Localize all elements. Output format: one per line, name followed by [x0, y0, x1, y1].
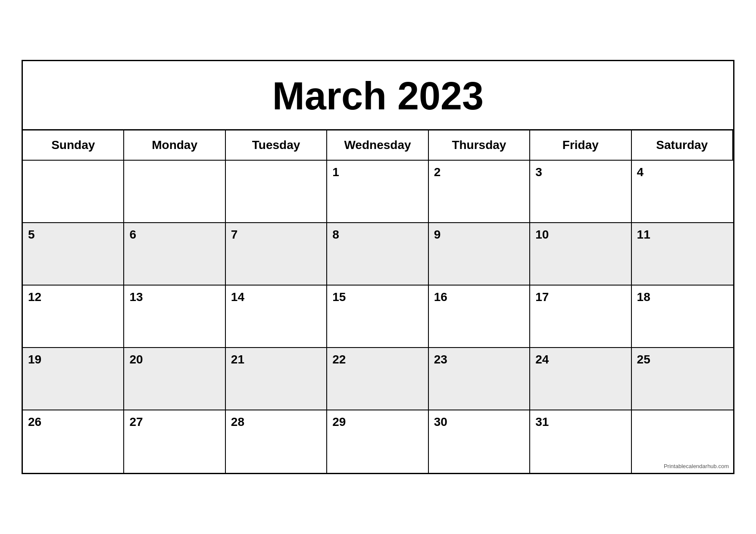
calendar-cell: 10 — [530, 223, 631, 286]
day-number: 1 — [332, 165, 422, 180]
day-header: Monday — [124, 130, 225, 161]
calendar-cell: 18 — [632, 286, 733, 348]
calendar-cell: 20 — [124, 348, 225, 410]
day-header: Thursday — [429, 130, 530, 161]
calendar-cell: 8 — [327, 223, 428, 286]
day-number: 6 — [129, 227, 219, 242]
calendar-cell: 4 — [632, 161, 733, 223]
day-number: 13 — [129, 290, 219, 304]
day-number: 31 — [535, 415, 625, 429]
calendar-cell: 27 — [124, 410, 225, 473]
calendar-container: March 2023 SundayMondayTuesdayWednesdayT… — [22, 60, 734, 474]
calendar-cell: Printablecalendarhub.com — [632, 410, 733, 473]
day-number: 18 — [637, 290, 728, 304]
day-header: Wednesday — [327, 130, 428, 161]
day-number: 26 — [28, 415, 118, 429]
calendar-cell: 15 — [327, 286, 428, 348]
calendar-cell: 22 — [327, 348, 428, 410]
day-header: Friday — [530, 130, 631, 161]
calendar-cell — [124, 161, 225, 223]
calendar-cell: 7 — [226, 223, 327, 286]
day-number: 5 — [28, 227, 118, 242]
day-number: 23 — [434, 352, 524, 367]
day-header: Sunday — [23, 130, 124, 161]
day-number: 28 — [231, 415, 321, 429]
calendar-header: March 2023 — [23, 61, 733, 130]
day-number: 3 — [535, 165, 625, 180]
calendar-cell: 24 — [530, 348, 631, 410]
day-number: 15 — [332, 290, 422, 304]
calendar-cell: 14 — [226, 286, 327, 348]
calendar-cell: 1 — [327, 161, 428, 223]
calendar-cell: 13 — [124, 286, 225, 348]
calendar-cell: 9 — [429, 223, 530, 286]
day-header: Tuesday — [226, 130, 327, 161]
calendar-cell — [226, 161, 327, 223]
day-number: 21 — [231, 352, 321, 367]
calendar-cell: 12 — [23, 286, 124, 348]
calendar-cell: 21 — [226, 348, 327, 410]
calendar-cell: 29 — [327, 410, 428, 473]
day-number: 25 — [637, 352, 728, 367]
day-number: 4 — [637, 165, 728, 180]
day-number: 27 — [129, 415, 219, 429]
calendar-cell: 30 — [429, 410, 530, 473]
watermark: Printablecalendarhub.com — [664, 463, 729, 469]
day-number: 11 — [637, 227, 728, 242]
calendar-cell: 6 — [124, 223, 225, 286]
calendar-grid: SundayMondayTuesdayWednesdayThursdayFrid… — [23, 130, 733, 473]
calendar-cell: 28 — [226, 410, 327, 473]
day-number: 16 — [434, 290, 524, 304]
calendar-cell: 23 — [429, 348, 530, 410]
calendar-cell: 3 — [530, 161, 631, 223]
day-header: Saturday — [632, 130, 733, 161]
calendar-cell: 19 — [23, 348, 124, 410]
calendar-cell: 11 — [632, 223, 733, 286]
day-number: 8 — [332, 227, 422, 242]
calendar-cell: 17 — [530, 286, 631, 348]
calendar-cell: 31 — [530, 410, 631, 473]
day-number: 29 — [332, 415, 422, 429]
day-number: 12 — [28, 290, 118, 304]
day-number: 19 — [28, 352, 118, 367]
day-number: 9 — [434, 227, 524, 242]
calendar-cell: 2 — [429, 161, 530, 223]
calendar-cell: 5 — [23, 223, 124, 286]
day-number: 10 — [535, 227, 625, 242]
day-number: 24 — [535, 352, 625, 367]
day-number: 30 — [434, 415, 524, 429]
day-number: 17 — [535, 290, 625, 304]
day-number: 2 — [434, 165, 524, 180]
calendar-cell: 26 — [23, 410, 124, 473]
day-number: 20 — [129, 352, 219, 367]
day-number: 7 — [231, 227, 321, 242]
calendar-cell — [23, 161, 124, 223]
day-number: 22 — [332, 352, 422, 367]
day-number: 14 — [231, 290, 321, 304]
calendar-title: March 2023 — [31, 74, 725, 118]
calendar-cell: 25 — [632, 348, 733, 410]
calendar-cell: 16 — [429, 286, 530, 348]
